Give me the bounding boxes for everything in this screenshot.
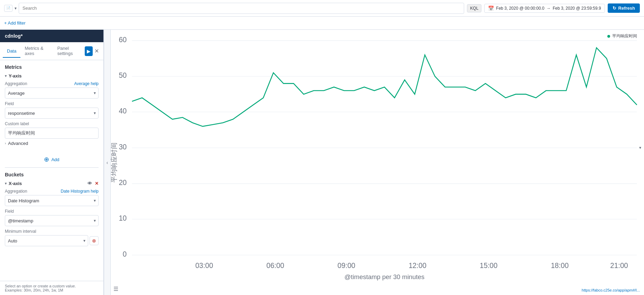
field-label: Field [5, 101, 14, 106]
chart-area: 平均响应时间 .axis-text { font-size: 20px; fil… [111, 30, 644, 295]
aggregation-select[interactable]: Average Count Sum Min Max [5, 87, 99, 99]
svg-text:0: 0 [123, 250, 127, 258]
min-interval-hint: Select an option or create a custom valu… [0, 281, 103, 295]
add-button[interactable]: ⊕ Add [5, 153, 99, 166]
svg-text:18:00: 18:00 [551, 261, 569, 269]
collapse-sidebar-button[interactable]: ‹ [104, 30, 111, 295]
x-axis-remove-icon[interactable]: ✕ [95, 181, 99, 186]
main-layout: cdnlog* Data Metrics & axes Panel settin… [0, 30, 644, 295]
clear-auto-button[interactable]: ⊗ ▾ [90, 236, 99, 245]
topbar-left: 📄 ▾ [4, 3, 464, 14]
run-button[interactable]: ▶ [85, 46, 93, 56]
search-input[interactable] [19, 3, 464, 14]
eye-icon[interactable]: 👁 [88, 181, 92, 186]
aggregation-select-wrapper: Average Count Sum Min Max ▾ [5, 87, 99, 99]
svg-text:21:00: 21:00 [610, 261, 628, 269]
svg-text:60: 60 [119, 35, 127, 43]
field-label-row: Field [5, 101, 99, 106]
svg-text:40: 40 [119, 107, 127, 115]
date-arrow: → [546, 6, 551, 11]
aggregation-help-link[interactable]: Average help [74, 81, 99, 86]
buckets-section-header: Buckets [5, 172, 99, 177]
metrics-section-header: Metrics [5, 64, 99, 70]
svg-text:平均响应时间: 平均响应时间 [111, 142, 118, 183]
sidebar-content: Metrics ▾ Y-axis Aggregation Average hel… [0, 60, 103, 281]
custom-label-input[interactable] [5, 128, 99, 139]
svg-text:20: 20 [119, 178, 127, 186]
aggregation-label-row: Aggregation Average help [5, 81, 99, 86]
y-axis-toggle[interactable]: ▾ Y-axis [5, 73, 99, 79]
tab-data[interactable]: Data [3, 45, 20, 58]
date-from: Feb 3, 2020 @ 00:00:00.0 [496, 6, 544, 11]
svg-text:@timestamp per 30 minutes: @timestamp per 30 minutes [344, 273, 424, 280]
y-axis-subsection: ▾ Y-axis Aggregation Average help Averag… [5, 73, 99, 148]
bottom-link[interactable]: https://fabco.c25e.co/app/apm#/l... [582, 288, 640, 292]
min-interval-label-row: Minimum interval [5, 229, 99, 234]
topbar: 📄 ▾ KQL 📅 Feb 3, 2020 @ 00:00:00.0 → Feb… [0, 0, 644, 17]
svg-text:03:00: 03:00 [195, 261, 213, 269]
min-interval-label: Minimum interval [5, 229, 36, 234]
bucket-aggregation-label: Aggregation [5, 189, 27, 194]
svg-text:12:00: 12:00 [408, 261, 426, 269]
advanced-toggle[interactable]: › Advanced [5, 139, 99, 148]
min-interval-select[interactable]: Auto Millisecond Second Minute Hour Day [5, 235, 88, 246]
sidebar-tabs: Data Metrics & axes Panel settings ▶ ✕ [0, 42, 103, 60]
chart-container: .axis-text { font-size: 20px; fill: #697… [111, 30, 644, 295]
x-axis-label: X-axis [9, 181, 22, 186]
table-view-icon[interactable]: ☰ [113, 286, 118, 292]
filterbar: + Add filter [0, 17, 644, 30]
tab-metrics-axes[interactable]: Metrics & axes [20, 42, 53, 60]
x-axis-header: ▾ X-axis 👁 ✕ [5, 181, 99, 186]
bucket-field-label: Field [5, 209, 14, 214]
advanced-label: Advanced [8, 141, 28, 146]
sidebar-title: cdnlog* [0, 30, 103, 42]
aggregation-label: Aggregation [5, 81, 27, 86]
line-chart: .axis-text { font-size: 20px; fill: #697… [111, 33, 644, 285]
min-interval-row: Auto Millisecond Second Minute Hour Day … [5, 235, 99, 246]
add-icon: ⊕ [44, 156, 49, 163]
refresh-icon: ↻ [613, 6, 616, 11]
tab-panel-settings[interactable]: Panel settings [53, 42, 85, 60]
bucket-field-label-row: Field [5, 209, 99, 214]
close-button[interactable]: ✕ [93, 46, 101, 56]
svg-text:10: 10 [119, 214, 127, 222]
bucket-aggregation-help-link[interactable]: Date Histogram help [61, 189, 99, 194]
advanced-chevron: › [5, 141, 6, 145]
bucket-field-select-wrapper: @timestamp responsetime ▾ [5, 215, 99, 226]
date-to: Feb 3, 2020 @ 23:59:59.9 [553, 6, 601, 11]
svg-text:15:00: 15:00 [480, 261, 497, 269]
field-select[interactable]: responsetime @timestamp bytes status [5, 108, 99, 119]
sidebar-title-text: cdnlog* [5, 33, 22, 39]
clear-icon: ⊗ [92, 238, 96, 243]
add-filter-button[interactable]: + Add filter [4, 20, 26, 26]
chevron-down-icon[interactable]: ▾ [15, 6, 17, 11]
refresh-button[interactable]: ↻ Refresh [608, 3, 640, 13]
kql-button[interactable]: KQL [467, 4, 481, 12]
calendar-icon: 📅 [488, 6, 494, 11]
field-select-wrapper: responsetime @timestamp bytes status ▾ [5, 108, 99, 119]
custom-label-label: Custom label [5, 121, 99, 126]
min-interval-select-wrapper: Auto Millisecond Second Minute Hour Day … [5, 235, 88, 246]
y-axis-label: Y-axis [9, 73, 22, 79]
x-axis-subsection: ▾ X-axis 👁 ✕ Aggregation Date Histogram … [5, 181, 99, 246]
bucket-aggregation-select-wrapper: Date Histogram Terms Filters ▾ [5, 195, 99, 206]
svg-text:30: 30 [119, 142, 127, 150]
bucket-field-select[interactable]: @timestamp responsetime [5, 215, 99, 226]
document-icon[interactable]: 📄 [4, 5, 12, 12]
svg-text:50: 50 [119, 71, 127, 79]
date-range-picker[interactable]: 📅 Feb 3, 2020 @ 00:00:00.0 → Feb 3, 2020… [484, 4, 605, 13]
x-axis-chevron: ▾ [5, 182, 7, 185]
svg-text:06:00: 06:00 [266, 261, 284, 269]
bucket-aggregation-select[interactable]: Date Histogram Terms Filters [5, 195, 99, 206]
y-axis-chevron: ▾ [5, 74, 7, 78]
sidebar: cdnlog* Data Metrics & axes Panel settin… [0, 30, 104, 295]
svg-text:09:00: 09:00 [338, 261, 355, 269]
bucket-aggregation-label-row: Aggregation Date Histogram help [5, 189, 99, 194]
buckets-section: Buckets ▾ X-axis 👁 ✕ Aggregation Date Hi… [5, 167, 99, 246]
